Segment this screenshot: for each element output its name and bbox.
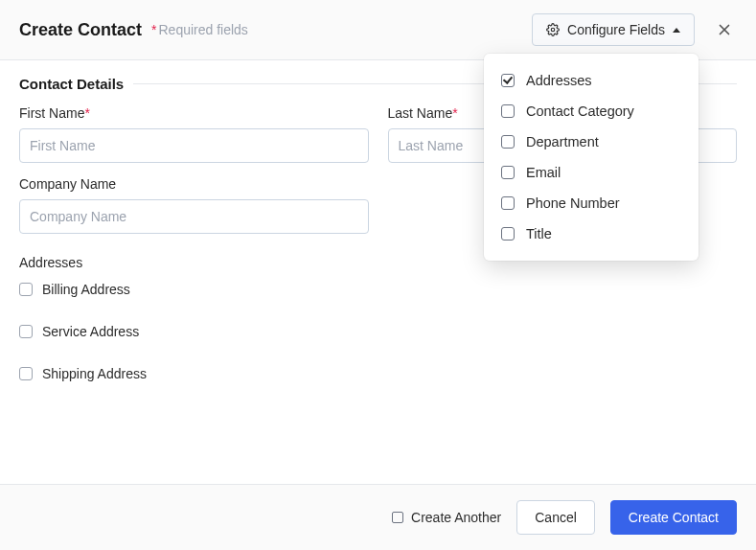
dropdown-item-label: Addresses — [526, 73, 592, 88]
first-name-field[interactable] — [19, 128, 369, 163]
page-title: Create Contact — [19, 20, 142, 40]
first-name-label: First Name* — [19, 105, 369, 121]
close-button[interactable] — [712, 17, 737, 42]
svg-point-0 — [551, 28, 555, 32]
address-option-service[interactable]: Service Address — [19, 324, 737, 339]
required-fields-note: *Required fields — [151, 22, 248, 37]
cancel-button[interactable]: Cancel — [516, 500, 595, 535]
configure-fields-label: Configure Fields — [567, 22, 665, 37]
gear-icon — [546, 23, 560, 36]
create-another-checkbox[interactable] — [392, 512, 403, 523]
shipping-address-label: Shipping Address — [42, 366, 147, 381]
address-option-billing[interactable]: Billing Address — [19, 282, 737, 297]
billing-address-label: Billing Address — [42, 282, 130, 297]
configure-fields-dropdown[interactable]: Addresses Contact Category Department Em… — [484, 54, 699, 261]
configure-fields-button[interactable]: Configure Fields — [532, 13, 695, 46]
create-another-label: Create Another — [411, 510, 501, 525]
dropdown-item-title[interactable]: Title — [484, 218, 699, 249]
dropdown-item-addresses[interactable]: Addresses — [484, 65, 699, 96]
checkbox-icon — [501, 227, 515, 241]
dropdown-item-label: Title — [526, 226, 552, 241]
checkbox-icon — [501, 74, 515, 87]
dropdown-item-label: Department — [526, 134, 599, 149]
company-name-label: Company Name — [19, 176, 369, 192]
create-contact-button[interactable]: Create Contact — [610, 500, 737, 535]
dropdown-item-label: Email — [526, 165, 561, 180]
shipping-address-checkbox[interactable] — [19, 367, 33, 380]
company-name-field[interactable] — [19, 199, 369, 234]
checkbox-icon — [501, 135, 515, 149]
checkbox-icon — [501, 166, 515, 179]
dropdown-item-label: Phone Number — [526, 195, 620, 211]
dropdown-item-department[interactable]: Department — [484, 126, 699, 157]
billing-address-checkbox[interactable] — [19, 283, 33, 296]
address-option-shipping[interactable]: Shipping Address — [19, 366, 737, 381]
checkbox-icon — [501, 196, 515, 210]
dropdown-item-contact-category[interactable]: Contact Category — [484, 96, 699, 126]
caret-up-icon — [673, 28, 680, 33]
dropdown-item-email[interactable]: Email — [484, 157, 699, 188]
service-address-checkbox[interactable] — [19, 325, 33, 338]
dropdown-item-label: Contact Category — [526, 103, 634, 119]
section-title: Contact Details — [19, 76, 124, 92]
dropdown-item-phone-number[interactable]: Phone Number — [484, 188, 699, 218]
service-address-label: Service Address — [42, 324, 139, 339]
checkbox-icon — [501, 104, 515, 118]
